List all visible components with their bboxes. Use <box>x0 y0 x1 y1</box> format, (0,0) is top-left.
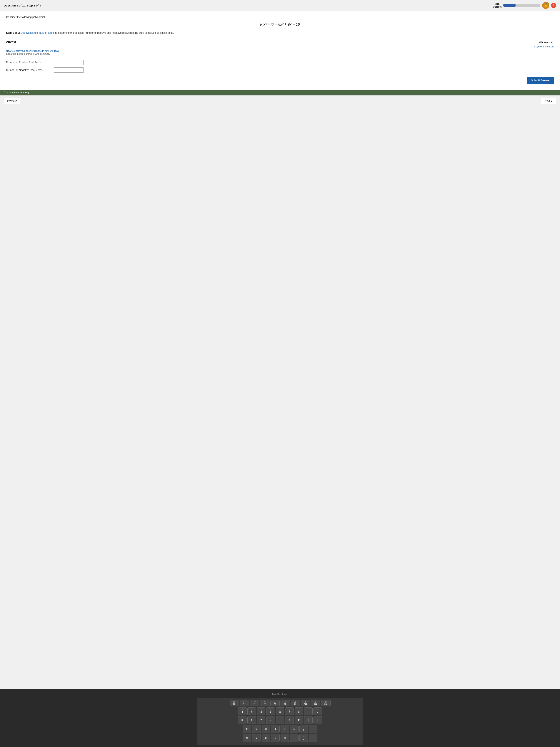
key-5[interactable]: %5 <box>247 707 256 715</box>
key-bracket-right[interactable]: }] <box>314 716 322 724</box>
fn-key-row: 80F3 ⣿⣿F4 ⠿⠿F5 ⣿F6 ◀◀F7 ▶⏸F8 ▶▶F9 🔇F10 🔉… <box>199 700 361 706</box>
key-f[interactable]: F <box>243 725 251 733</box>
qwerty-row: R T Y U I O P {[ }] <box>199 716 361 724</box>
key-c[interactable]: C <box>243 734 251 742</box>
key-r[interactable]: R <box>238 716 246 724</box>
key-quote[interactable]: "' <box>309 725 317 733</box>
key-u[interactable]: U <box>266 716 275 724</box>
key-f7[interactable]: ◀◀F7 <box>270 700 279 706</box>
key-j[interactable]: J <box>271 725 279 733</box>
copyright-text: © 2021 Hawkes Learning <box>4 91 29 94</box>
key-b[interactable]: B <box>262 734 270 742</box>
key-6[interactable]: ^6 <box>257 707 265 715</box>
key-slash[interactable]: ?/ <box>309 734 317 742</box>
key-f11[interactable]: 🔉F11 <box>311 700 320 706</box>
formula-display: F(x) = x³ + 8x² + 9x − 18 <box>6 22 554 26</box>
key-f4[interactable]: ⣿⣿F4 <box>240 700 249 706</box>
key-y[interactable]: Y <box>257 716 265 724</box>
positive-zeros-row: Number of Positive Real Zeros: <box>6 60 554 65</box>
key-f5[interactable]: ⠿⠿F5 <box>250 700 259 706</box>
key-i[interactable]: I <box>276 716 284 724</box>
key-9[interactable]: (9 <box>285 707 294 715</box>
negative-zeros-input[interactable] <box>54 68 83 73</box>
previous-button[interactable]: Previous <box>4 98 21 104</box>
next-arrow: ▶ <box>551 100 553 102</box>
footer-bar: © 2021 Hawkes Learning <box>0 90 560 96</box>
header-bar: Question 5 of 10, Step 1 of 3 5/15 Corre… <box>0 0 560 11</box>
key-f6[interactable]: ⣿F6 <box>260 700 269 706</box>
key-m[interactable]: M <box>281 734 289 742</box>
progress-bar-container <box>503 4 540 7</box>
keyboard-section: MacBook Air 80F3 ⣿⣿F4 ⠿⠿F5 ⣿F6 ◀◀F7 ▶⏸F8… <box>0 689 560 747</box>
key-4[interactable]: $4 <box>238 707 246 715</box>
key-n[interactable]: N <box>271 734 279 742</box>
key-equals[interactable]: += <box>314 707 322 715</box>
key-bracket-left[interactable]: {[ <box>304 716 313 724</box>
next-label: Next <box>544 100 550 102</box>
question-info: Question 5 of 10, Step 1 of 3 <box>4 4 490 7</box>
macbook-label: MacBook Air <box>272 693 288 695</box>
keypad-button[interactable]: ⌨ Keypad <box>537 40 554 45</box>
positive-zeros-input[interactable] <box>54 60 83 65</box>
key-period[interactable]: >. <box>299 734 308 742</box>
progress-bar-fill <box>503 4 515 7</box>
key-p[interactable]: P <box>295 716 303 724</box>
key-8[interactable]: *8 <box>276 707 284 715</box>
key-semicolon[interactable]: :; <box>299 725 308 733</box>
key-7[interactable]: &7 <box>266 707 275 715</box>
negative-zeros-row: Number of Negative Real Zeros: <box>6 68 554 73</box>
consider-text: Consider the following polynomial. <box>6 16 554 19</box>
answer-section: Answer ⌨ Keypad Keyboard Shortcuts How t… <box>6 40 554 84</box>
descartes-link[interactable]: Use Descartes' Rule of Signs <box>21 31 54 34</box>
badge-icon: 🏅 <box>542 2 549 9</box>
keypad-label: Keypad <box>544 41 552 44</box>
key-comma[interactable]: <, <box>290 734 298 742</box>
keypad-icon: ⌨ <box>539 41 543 44</box>
key-g[interactable]: G <box>252 725 261 733</box>
next-button[interactable]: Next ▶ <box>541 98 556 104</box>
submit-row: Submit Answer <box>6 77 554 84</box>
positive-zeros-label: Number of Positive Real Zeros: <box>6 61 52 64</box>
key-f3[interactable]: 80F3 <box>230 700 239 706</box>
score-correct: Correct <box>493 5 502 8</box>
step-instruction: Step 1 of 3: Use Descartes' Rule of Sign… <box>6 31 554 35</box>
key-f9[interactable]: ▶▶F9 <box>291 700 300 706</box>
score-area: 5/15 Correct 🏅 3 <box>493 2 556 9</box>
key-f10[interactable]: 🔇F10 <box>301 700 310 706</box>
key-l[interactable]: L <box>290 725 298 733</box>
key-0[interactable]: )0 <box>295 707 303 715</box>
keyboard-body: 80F3 ⣿⣿F4 ⠿⠿F5 ⣿F6 ◀◀F7 ▶⏸F8 ▶▶F9 🔇F10 🔉… <box>197 698 363 745</box>
formula: F(x) = x³ + 8x² + 9x − 18 <box>260 22 300 26</box>
key-o[interactable]: O <box>285 716 294 724</box>
number-key-row: $4 %5 ^6 &7 *8 (9 )0 —- += <box>199 707 361 715</box>
key-f8[interactable]: ▶⏸F8 <box>281 700 290 706</box>
question-card: Consider the following polynomial. F(x) … <box>0 11 560 90</box>
submit-button[interactable]: Submit Answer <box>527 77 554 84</box>
key-minus[interactable]: —- <box>304 707 313 715</box>
step-number: Step 1 of 3: <box>6 31 20 34</box>
negative-zeros-label: Number of Negative Real Zeros: <box>6 69 52 72</box>
key-v[interactable]: V <box>252 734 261 742</box>
key-t[interactable]: T <box>247 716 256 724</box>
key-h[interactable]: H <box>262 725 270 733</box>
keypad-area: ⌨ Keypad Keyboard Shortcuts <box>534 40 554 48</box>
nav-row: Previous Next ▶ <box>0 96 560 106</box>
separate-note: Separate multiple answers with commas. <box>6 52 554 55</box>
step-rest: to determine the possible number of posi… <box>55 31 174 34</box>
key-k[interactable]: K <box>281 725 289 733</box>
key-f12[interactable]: 🔊F12 <box>321 700 330 706</box>
answer-header: Answer ⌨ Keypad Keyboard Shortcuts <box>6 40 554 48</box>
how-to-enter-link[interactable]: How to enter your answer (opens in new w… <box>6 49 59 52</box>
score-fraction: 5/15 <box>495 3 500 5</box>
zxcv-row: C V B N M <, >. ?/ <box>199 734 361 742</box>
asdf-row: F G H J K L :; "' <box>199 725 361 733</box>
badge-count: 3 <box>551 3 556 8</box>
answer-label: Answer <box>6 40 16 43</box>
score-label: 5/15 Correct <box>493 3 502 8</box>
keyboard-shortcuts-link[interactable]: Keyboard Shortcuts <box>534 45 554 48</box>
